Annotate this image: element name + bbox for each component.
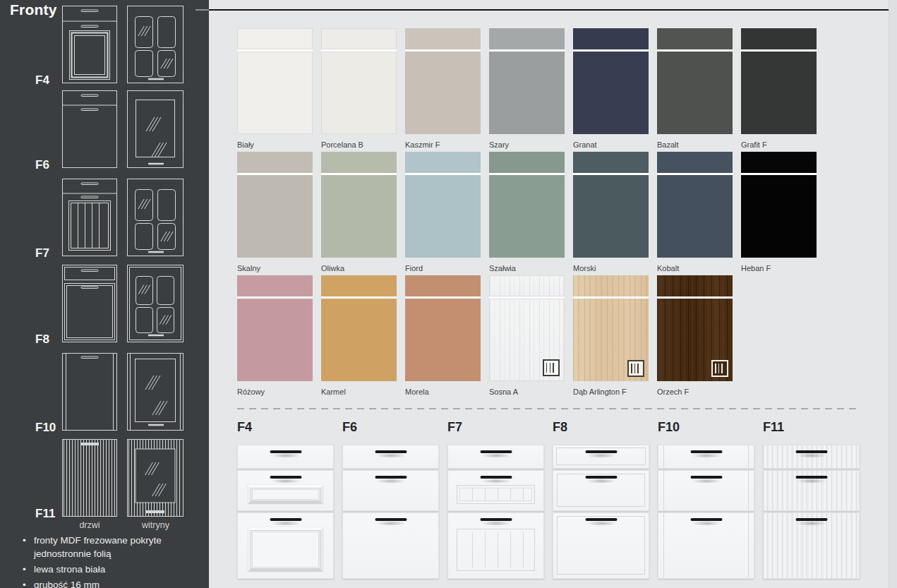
swatch-sample <box>237 152 313 258</box>
swatch-kaszmir-f: Kaszmir F <box>405 28 481 150</box>
swatch-oliwka: Oliwka <box>321 152 397 273</box>
drawer-front <box>342 470 439 511</box>
f8-door-drawing <box>62 265 117 342</box>
f7-door-drawing <box>62 179 117 256</box>
swatch-door-body <box>405 52 481 134</box>
swatch-dab-arlington-f: Dąb Arlington F <box>573 275 649 397</box>
swatch-drawer-strip <box>405 275 481 296</box>
drawer-handle <box>585 518 617 521</box>
drawer-handle <box>480 518 512 521</box>
drawer-front <box>237 512 334 579</box>
swatch-drawer-strip <box>321 28 397 49</box>
swatch-name: Bazalt <box>657 140 733 150</box>
swatch-door-body <box>657 175 733 258</box>
f6-vitrine-schematic <box>127 90 184 171</box>
swatch-name: Skalny <box>237 263 313 273</box>
front-previews-row: F4F6F7F8F10F11 <box>237 420 860 579</box>
swatch-name: Oliwka <box>321 263 397 273</box>
f11-vitrine-drawing <box>127 439 184 517</box>
swatch-door-body <box>321 175 397 258</box>
f4-door-schematic <box>62 6 117 86</box>
note-item: •fronty MDF frezowane pokryte jednostron… <box>21 534 169 560</box>
swatch-row-3: RóżowyKarmelMorelaSosna ADąb Arlington F… <box>237 275 817 397</box>
swatch-name: Karmel <box>321 387 397 397</box>
front-preview-label: F7 <box>447 420 544 434</box>
f11-door-schematic <box>62 439 117 520</box>
swatch-drawer-strip <box>573 275 649 296</box>
swatch-name: Szary <box>489 140 565 150</box>
front-preview-render <box>237 445 334 579</box>
swatch-drawer-strip <box>405 152 481 173</box>
front-preview-label: F10 <box>658 420 754 434</box>
f7-door-schematic <box>62 179 117 259</box>
schematic-row-f11: F11 <box>0 439 209 518</box>
page-edge-band <box>889 0 897 588</box>
swatch-sample <box>405 152 481 258</box>
swatch-door-body <box>741 52 817 134</box>
swatch-name: Morela <box>405 387 481 397</box>
swatch-sample <box>321 275 397 381</box>
swatch-karmel: Karmel <box>321 275 397 397</box>
drawer-front <box>658 445 754 469</box>
sidebar: Fronty F4F6F7F8F10F11 drzwi witryny •fro… <box>0 0 209 588</box>
swatch-sample <box>657 28 733 134</box>
swatch-door-body <box>489 299 565 381</box>
slats-panel <box>457 529 535 571</box>
f10-vitrine-drawing <box>127 353 184 431</box>
top-rule <box>209 9 889 11</box>
front-preview-label: F8 <box>553 420 649 434</box>
front-preview-label: F4 <box>237 420 334 434</box>
grain-direction-icon <box>543 359 560 376</box>
swatch-drawer-strip <box>741 152 817 173</box>
swatch-door-body <box>489 175 565 258</box>
swatch-heban-f: Heban F <box>741 152 817 273</box>
swatch-fiord: Fiord <box>405 152 481 273</box>
drawer-front <box>237 445 334 469</box>
swatch-name: Kaszmir F <box>405 140 481 150</box>
drawer-handle <box>375 450 407 453</box>
front-preview-label: F11 <box>763 420 860 434</box>
swatch-door-body <box>489 52 565 134</box>
schematic-row-f7: F7 <box>0 179 209 258</box>
swatch-name: Granat <box>573 140 649 150</box>
f6-door-schematic <box>62 90 117 171</box>
front-preview-render <box>447 445 544 579</box>
swatch-drawer-strip <box>237 275 313 296</box>
swatch-name: Dąb Arlington F <box>573 387 649 397</box>
front-preview-render <box>658 445 754 579</box>
swatch-row-2: SkalnyOliwkaFiordSzałwiaMorskiKobaltHeba… <box>237 152 817 273</box>
raised-panel <box>248 485 323 504</box>
f10-vitrine-schematic <box>127 353 184 433</box>
schematic-row-f10: F10 <box>0 353 209 432</box>
swatch-drawer-strip <box>489 28 565 49</box>
swatch-name: Morski <box>573 263 649 273</box>
swatch-sample <box>573 152 649 258</box>
swatch-sosna-a: Sosna A <box>489 275 565 397</box>
grain-direction-icon <box>627 360 644 377</box>
swatch-name: Fiord <box>405 263 481 273</box>
note-item: •grubość 16 mm <box>21 578 169 588</box>
note-text: grubość 16 mm <box>34 580 100 588</box>
swatch-drawer-strip <box>489 152 565 173</box>
drawer-handle <box>795 476 827 479</box>
note-text: fronty MDF frezowane pokryte jednostronn… <box>34 535 162 559</box>
swatch-rozowy: Różowy <box>237 275 313 397</box>
front-preview-label: F6 <box>342 420 439 434</box>
swatch-door-body <box>573 299 649 381</box>
raised-panel <box>248 527 323 572</box>
swatch-porcelana-b: Porcelana B <box>321 28 397 150</box>
swatch-drawer-strip <box>573 152 649 173</box>
drawer-handle <box>690 450 722 453</box>
front-preview-f4: F4 <box>237 420 334 579</box>
swatch-sample <box>489 28 565 134</box>
swatch-grafit-f: Grafit F <box>741 28 817 150</box>
swatch-sample <box>489 275 565 381</box>
swatch-bazalt: Bazalt <box>657 28 733 150</box>
front-type-label: F6 <box>35 158 59 172</box>
drawer-handle <box>270 476 301 479</box>
swatch-sample <box>237 28 313 134</box>
drawer-front <box>763 512 860 579</box>
drawer-front <box>658 512 754 579</box>
grain-bars <box>715 364 725 373</box>
f4-door-drawing <box>62 6 117 83</box>
